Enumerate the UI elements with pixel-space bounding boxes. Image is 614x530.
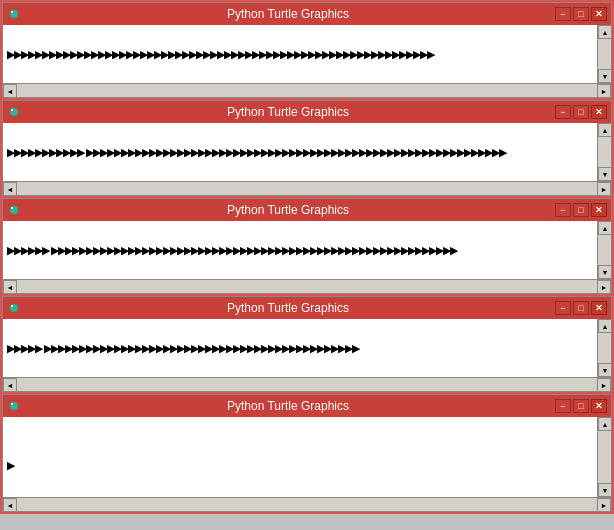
scroll-down-button[interactable]: ▼	[598, 483, 611, 497]
app-container: Python Turtle Graphics−□✕▶▶▶▶▶▶▶▶▶▶▶▶▶▶▶…	[0, 0, 614, 514]
titlebar-3: Python Turtle Graphics−□✕	[3, 199, 611, 221]
scroll-down-button[interactable]: ▼	[598, 69, 611, 83]
svg-point-1	[11, 11, 13, 13]
scroll-track-v	[598, 235, 611, 265]
canvas-area-2: ▶▶▶▶▶▶▶▶▶▶▶ ▶▶▶▶▶▶▶▶▶▶▶▶▶▶▶▶▶▶▶▶▶▶▶▶▶▶▶▶…	[3, 123, 611, 181]
scroll-track-h	[17, 84, 597, 97]
svg-point-3	[11, 109, 13, 111]
scrollbar-v-4[interactable]: ▲▼	[597, 319, 611, 377]
titlebar-5: Python Turtle Graphics−□✕	[3, 395, 611, 417]
window-5: Python Turtle Graphics−□✕▶▲▼◄►	[2, 394, 612, 512]
minimize-button[interactable]: −	[555, 105, 571, 119]
window-title-3: Python Turtle Graphics	[21, 203, 555, 217]
maximize-button[interactable]: □	[573, 399, 589, 413]
window-1: Python Turtle Graphics−□✕▶▶▶▶▶▶▶▶▶▶▶▶▶▶▶…	[2, 2, 612, 98]
arrow-content-4: ▶▶▶▶▶ ▶▶▶▶▶▶▶▶▶▶▶▶▶▶▶▶▶▶▶▶▶▶▶▶▶▶▶▶▶▶▶▶▶▶…	[3, 342, 597, 355]
scroll-right-button[interactable]: ►	[597, 84, 611, 98]
canvas-area-1: ▶▶▶▶▶▶▶▶▶▶▶▶▶▶▶▶▶▶▶▶▶▶▶▶▶▶▶▶▶▶▶▶▶▶▶▶▶▶▶▶…	[3, 25, 611, 83]
canvas-area-5: ▶▲▼	[3, 417, 611, 497]
scroll-right-button[interactable]: ►	[597, 182, 611, 196]
svg-point-4	[10, 206, 18, 214]
minimize-button[interactable]: −	[555, 7, 571, 21]
arrows-text-1: ▶▶▶▶▶▶▶▶▶▶▶▶▶▶▶▶▶▶▶▶▶▶▶▶▶▶▶▶▶▶▶▶▶▶▶▶▶▶▶▶…	[7, 48, 434, 61]
scroll-left-button[interactable]: ◄	[3, 378, 17, 392]
arrows-text-2: ▶▶▶▶▶▶▶▶▶▶▶ ▶▶▶▶▶▶▶▶▶▶▶▶▶▶▶▶▶▶▶▶▶▶▶▶▶▶▶▶…	[7, 146, 506, 159]
canvas-area-4: ▶▶▶▶▶ ▶▶▶▶▶▶▶▶▶▶▶▶▶▶▶▶▶▶▶▶▶▶▶▶▶▶▶▶▶▶▶▶▶▶…	[3, 319, 611, 377]
scrollbar-h-5[interactable]: ◄►	[3, 497, 611, 511]
scroll-right-button[interactable]: ►	[597, 378, 611, 392]
svg-point-5	[11, 207, 13, 209]
window-title-4: Python Turtle Graphics	[21, 301, 555, 315]
titlebar-4: Python Turtle Graphics−□✕	[3, 297, 611, 319]
minimize-button[interactable]: −	[555, 203, 571, 217]
svg-point-7	[11, 305, 13, 307]
maximize-button[interactable]: □	[573, 105, 589, 119]
window-2: Python Turtle Graphics−□✕▶▶▶▶▶▶▶▶▶▶▶ ▶▶▶…	[2, 100, 612, 196]
titlebar-1: Python Turtle Graphics−□✕	[3, 3, 611, 25]
scroll-up-button[interactable]: ▲	[598, 123, 611, 137]
close-button[interactable]: ✕	[591, 399, 607, 413]
scroll-left-button[interactable]: ◄	[3, 498, 17, 512]
close-button[interactable]: ✕	[591, 7, 607, 21]
scrollbar-v-1[interactable]: ▲▼	[597, 25, 611, 83]
maximize-button[interactable]: □	[573, 203, 589, 217]
canvas-area-3: ▶▶▶▶▶▶ ▶▶▶▶▶▶▶▶▶▶▶▶▶▶▶▶▶▶▶▶▶▶▶▶▶▶▶▶▶▶▶▶▶…	[3, 221, 611, 279]
turtle-icon	[7, 301, 21, 315]
scroll-down-button[interactable]: ▼	[598, 363, 611, 377]
arrow-content-5: ▶	[3, 459, 597, 472]
window-title-2: Python Turtle Graphics	[21, 105, 555, 119]
scroll-track-h	[17, 498, 597, 511]
scrollbar-v-2[interactable]: ▲▼	[597, 123, 611, 181]
scroll-down-button[interactable]: ▼	[598, 265, 611, 279]
close-button[interactable]: ✕	[591, 203, 607, 217]
scroll-right-button[interactable]: ►	[597, 498, 611, 512]
scrollbar-h-1[interactable]: ◄►	[3, 83, 611, 97]
svg-point-2	[10, 108, 18, 116]
scroll-left-button[interactable]: ◄	[3, 182, 17, 196]
minimize-button[interactable]: −	[555, 399, 571, 413]
turtle-icon	[7, 203, 21, 217]
scroll-left-button[interactable]: ◄	[3, 280, 17, 294]
scrollbar-h-3[interactable]: ◄►	[3, 279, 611, 293]
scroll-track-h	[17, 280, 597, 293]
arrows-text-5: ▶	[7, 459, 14, 472]
turtle-icon	[7, 105, 21, 119]
scroll-track-v	[598, 137, 611, 167]
turtle-icon	[7, 7, 21, 21]
arrows-text-3: ▶▶▶▶▶▶ ▶▶▶▶▶▶▶▶▶▶▶▶▶▶▶▶▶▶▶▶▶▶▶▶▶▶▶▶▶▶▶▶▶…	[7, 244, 457, 257]
scroll-track-v	[598, 431, 611, 483]
turtle-icon	[7, 399, 21, 413]
close-button[interactable]: ✕	[591, 105, 607, 119]
scroll-up-button[interactable]: ▲	[598, 25, 611, 39]
maximize-button[interactable]: □	[573, 301, 589, 315]
scroll-track-h	[17, 378, 597, 391]
scrollbar-h-2[interactable]: ◄►	[3, 181, 611, 195]
scroll-down-button[interactable]: ▼	[598, 167, 611, 181]
minimize-button[interactable]: −	[555, 301, 571, 315]
scroll-up-button[interactable]: ▲	[598, 319, 611, 333]
scroll-track-v	[598, 39, 611, 69]
scroll-track-h	[17, 182, 597, 195]
scroll-left-button[interactable]: ◄	[3, 84, 17, 98]
close-button[interactable]: ✕	[591, 301, 607, 315]
scroll-right-button[interactable]: ►	[597, 280, 611, 294]
scrollbar-v-5[interactable]: ▲▼	[597, 417, 611, 497]
window-3: Python Turtle Graphics−□✕▶▶▶▶▶▶ ▶▶▶▶▶▶▶▶…	[2, 198, 612, 294]
scroll-track-v	[598, 333, 611, 363]
window-title-5: Python Turtle Graphics	[21, 399, 555, 413]
maximize-button[interactable]: □	[573, 7, 589, 21]
window-title-1: Python Turtle Graphics	[21, 7, 555, 21]
titlebar-2: Python Turtle Graphics−□✕	[3, 101, 611, 123]
scroll-up-button[interactable]: ▲	[598, 417, 611, 431]
scrollbar-h-4[interactable]: ◄►	[3, 377, 611, 391]
arrow-content-3: ▶▶▶▶▶▶ ▶▶▶▶▶▶▶▶▶▶▶▶▶▶▶▶▶▶▶▶▶▶▶▶▶▶▶▶▶▶▶▶▶…	[3, 244, 597, 257]
svg-point-9	[11, 403, 13, 405]
arrows-text-4: ▶▶▶▶▶ ▶▶▶▶▶▶▶▶▶▶▶▶▶▶▶▶▶▶▶▶▶▶▶▶▶▶▶▶▶▶▶▶▶▶…	[7, 342, 359, 355]
arrow-content-1: ▶▶▶▶▶▶▶▶▶▶▶▶▶▶▶▶▶▶▶▶▶▶▶▶▶▶▶▶▶▶▶▶▶▶▶▶▶▶▶▶…	[3, 48, 597, 61]
svg-point-0	[10, 10, 18, 18]
svg-point-6	[10, 304, 18, 312]
svg-point-8	[10, 402, 18, 410]
scrollbar-v-3[interactable]: ▲▼	[597, 221, 611, 279]
arrow-content-2: ▶▶▶▶▶▶▶▶▶▶▶ ▶▶▶▶▶▶▶▶▶▶▶▶▶▶▶▶▶▶▶▶▶▶▶▶▶▶▶▶…	[3, 146, 597, 159]
scroll-up-button[interactable]: ▲	[598, 221, 611, 235]
